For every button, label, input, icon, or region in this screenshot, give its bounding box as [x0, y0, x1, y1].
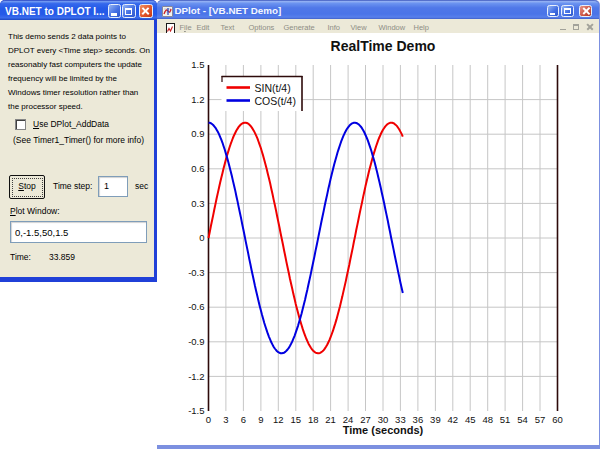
svg-text:15: 15 — [291, 414, 302, 425]
svg-text:18: 18 — [308, 414, 319, 425]
svg-text:SIN(t/4): SIN(t/4) — [255, 82, 291, 94]
svg-text:COS(t/4): COS(t/4) — [255, 95, 296, 107]
svg-text:0.6: 0.6 — [191, 163, 204, 174]
svg-text:RealTime Demo: RealTime Demo — [331, 38, 436, 54]
svg-text:9: 9 — [258, 414, 263, 425]
svg-text:-0.9: -0.9 — [188, 336, 204, 347]
svg-text:42: 42 — [448, 414, 459, 425]
svg-text:39: 39 — [430, 414, 441, 425]
svg-text:1.5: 1.5 — [191, 59, 204, 70]
svg-text:-0.3: -0.3 — [188, 267, 204, 278]
svg-text:60: 60 — [552, 414, 563, 425]
svg-text:-0.6: -0.6 — [188, 301, 204, 312]
svg-text:0.3: 0.3 — [191, 198, 204, 209]
svg-text:0.9: 0.9 — [191, 128, 204, 139]
svg-text:-1.2: -1.2 — [188, 371, 204, 382]
svg-text:0: 0 — [206, 414, 211, 425]
svg-text:3: 3 — [223, 414, 228, 425]
svg-text:1.2: 1.2 — [191, 94, 204, 105]
svg-text:57: 57 — [535, 414, 546, 425]
svg-text:-1.5: -1.5 — [188, 405, 204, 416]
svg-text:51: 51 — [500, 414, 511, 425]
svg-text:Time (seconds): Time (seconds) — [343, 424, 424, 436]
svg-text:12: 12 — [273, 414, 284, 425]
svg-text:48: 48 — [482, 414, 493, 425]
svg-text:45: 45 — [465, 414, 476, 425]
svg-text:21: 21 — [325, 414, 336, 425]
svg-text:54: 54 — [517, 414, 528, 425]
svg-text:0: 0 — [199, 232, 204, 243]
svg-text:6: 6 — [241, 414, 246, 425]
